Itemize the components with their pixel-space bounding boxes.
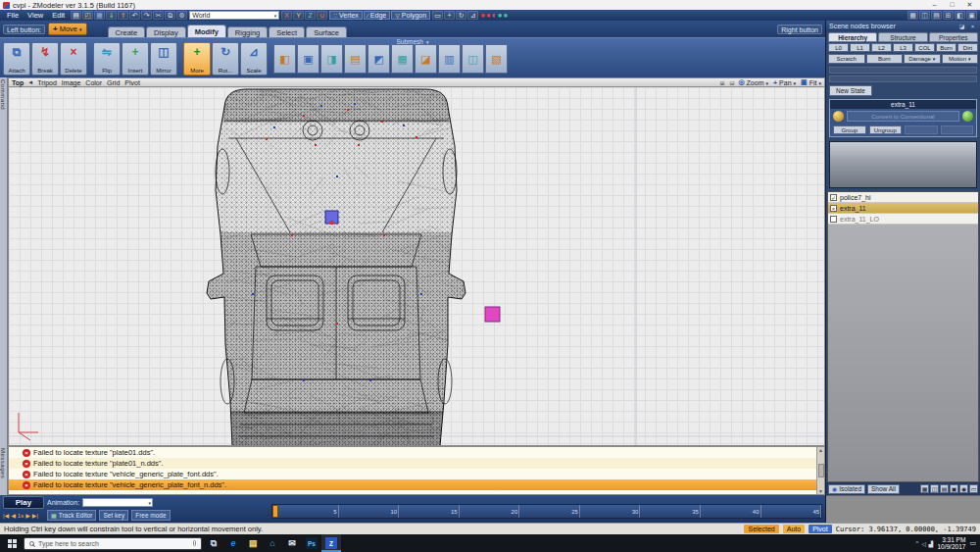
submesh-op-icon-7[interactable]: ◪: [415, 44, 437, 74]
messages-bar-tab[interactable]: Messages: [0, 446, 8, 495]
render-mode-icon[interactable]: ⊞: [719, 79, 724, 86]
command-bar-tab[interactable]: Command: [0, 77, 8, 446]
move-tool-icon[interactable]: +: [444, 11, 455, 20]
view-collapse-icon[interactable]: ◄: [27, 79, 33, 85]
export-icon[interactable]: ⇑: [118, 11, 128, 20]
scene-tab-structure[interactable]: Structure: [878, 32, 927, 42]
free-mode-button[interactable]: Free mode: [131, 510, 170, 521]
ungroup-button[interactable]: Ungroup: [869, 125, 903, 134]
lod-col-button[interactable]: COL: [914, 43, 935, 52]
lod-dirt-button[interactable]: Dirt: [957, 43, 978, 52]
tab-rigging[interactable]: Rigging: [227, 26, 268, 37]
import-icon[interactable]: ⇓: [106, 11, 117, 20]
zmodeler-icon[interactable]: Z: [321, 534, 341, 552]
transport-3[interactable]: ▶: [25, 512, 30, 519]
submesh-delete-button[interactable]: ×Delete: [60, 42, 87, 75]
tab-surface[interactable]: Surface: [306, 26, 347, 37]
record-icon-4[interactable]: ●: [498, 11, 503, 20]
submesh-op-icon-9[interactable]: ◫: [462, 44, 484, 74]
transport-0[interactable]: |◀: [3, 512, 9, 519]
state-sphere-icon[interactable]: [833, 111, 844, 122]
motion-button[interactable]: Motion: [942, 54, 979, 64]
visibility-icon[interactable]: ▦: [920, 484, 929, 493]
scene-tab-properties[interactable]: Properties: [929, 32, 978, 42]
submesh-mirror-button[interactable]: ◫Mirror: [150, 42, 177, 75]
timeline[interactable]: 51015202530354045: [271, 504, 822, 519]
lod-l2-button[interactable]: L2: [871, 43, 892, 52]
vp-toggle-grid[interactable]: Grid: [107, 79, 120, 86]
log-scrollbar[interactable]: ▲ ▼: [816, 447, 824, 494]
menu-file[interactable]: File: [3, 11, 23, 20]
log-row[interactable]: Failed to locate texture "plate01.dds".: [9, 447, 816, 458]
axis-z-icon[interactable]: Z: [305, 11, 316, 20]
redo-icon[interactable]: ↷: [141, 11, 152, 20]
tab-display[interactable]: Display: [146, 26, 186, 37]
scale-tool-icon[interactable]: ⊿: [467, 11, 478, 20]
magnet-icon[interactable]: ∪: [317, 11, 327, 20]
action-center-icon[interactable]: ▭: [969, 539, 976, 547]
record-icon-2[interactable]: ●: [486, 11, 491, 20]
pin-icon[interactable]: ◪: [957, 23, 966, 29]
submesh-op-icon-1[interactable]: ◧: [273, 44, 296, 74]
menu-edit[interactable]: Edit: [48, 11, 69, 20]
close-button[interactable]: ✕: [962, 0, 977, 10]
photoshop-icon[interactable]: Ps: [302, 534, 321, 552]
toggle-edge[interactable]: ∕Edge: [364, 11, 390, 20]
node-checkbox[interactable]: ×: [830, 205, 837, 212]
node-checkbox[interactable]: ✓: [830, 194, 837, 201]
isolated-button[interactable]: ◉ Isolated: [828, 484, 865, 494]
taskbar-search[interactable]: Type here to search: [24, 537, 202, 550]
scroll-down-icon[interactable]: ▼: [818, 488, 823, 494]
solid-icon[interactable]: ▣: [950, 484, 958, 493]
selected-badge[interactable]: Selected: [744, 525, 778, 533]
transport-1[interactable]: ◀: [11, 512, 16, 519]
new-state-button[interactable]: New State: [829, 85, 872, 96]
vp-toggle-color[interactable]: Color: [85, 79, 102, 86]
tab-modify[interactable]: Modify: [187, 25, 226, 37]
lod-burn-button[interactable]: Burn: [936, 43, 956, 52]
volume-icon[interactable]: ◁: [921, 540, 926, 547]
edge-icon[interactable]: e: [223, 534, 243, 552]
axis-y-icon[interactable]: Y: [293, 11, 304, 20]
scene-tab-hierarchy[interactable]: Hierarchy: [828, 32, 877, 42]
submesh-title[interactable]: Submesh: [397, 38, 429, 45]
car-wireframe[interactable]: [186, 87, 495, 446]
store-icon[interactable]: ⌂: [263, 534, 282, 552]
new-file-icon[interactable]: ▤: [71, 11, 81, 20]
scratch-button[interactable]: Scratch: [828, 54, 865, 64]
lod-l0-button[interactable]: L0: [828, 43, 849, 52]
toggle-polygon[interactable]: ▽Polygon: [391, 11, 430, 20]
tray-expand-icon[interactable]: ^: [915, 540, 918, 546]
tab-select[interactable]: Select: [269, 26, 305, 37]
undo-icon[interactable]: ↶: [129, 11, 140, 20]
viewport-canvas[interactable]: [8, 87, 825, 446]
pan-control[interactable]: +Pan: [773, 79, 796, 86]
scroll-up-icon[interactable]: ▲: [818, 447, 823, 453]
layout-icon-4[interactable]: ⊞: [943, 11, 954, 20]
vp-toggle-pivot[interactable]: Pivot: [124, 79, 140, 86]
lights-icon[interactable]: ◉: [959, 484, 968, 493]
scene-node-row[interactable]: ✓police7_hi: [828, 192, 978, 203]
settings-icon[interactable]: ⚙: [176, 11, 187, 20]
tab-create[interactable]: Create: [108, 26, 146, 37]
play-button[interactable]: Play: [3, 496, 44, 509]
layout-icon-3[interactable]: ▤: [931, 11, 942, 20]
submesh-op-icon-5[interactable]: ◩: [368, 44, 390, 74]
move-tool-button[interactable]: + Move: [48, 23, 87, 35]
submesh-op-icon-10[interactable]: ▧: [485, 44, 508, 74]
submesh-scale-button[interactable]: ⊿Scale: [240, 42, 268, 75]
submesh-flip-button[interactable]: ⇋Flip: [93, 42, 121, 75]
layout-icon-1[interactable]: ▦: [907, 11, 918, 20]
dummy-helper-object[interactable]: [485, 307, 500, 322]
camera-icon[interactable]: ▭: [969, 484, 978, 493]
lod-l3-button[interactable]: L3: [893, 43, 913, 52]
layout-icon-2[interactable]: ◫: [919, 11, 930, 20]
mic-icon[interactable]: [193, 540, 196, 546]
layout-icon-6[interactable]: ▣: [966, 11, 977, 20]
close-panel-icon[interactable]: ×: [968, 24, 977, 29]
record-icon-3[interactable]: ◐: [492, 11, 497, 20]
save-icon[interactable]: ▦: [94, 11, 105, 20]
submesh-attach-button[interactable]: ⧉Attach: [3, 42, 30, 75]
node-checkbox[interactable]: [830, 216, 837, 223]
transport-2[interactable]: 1s: [18, 513, 24, 519]
